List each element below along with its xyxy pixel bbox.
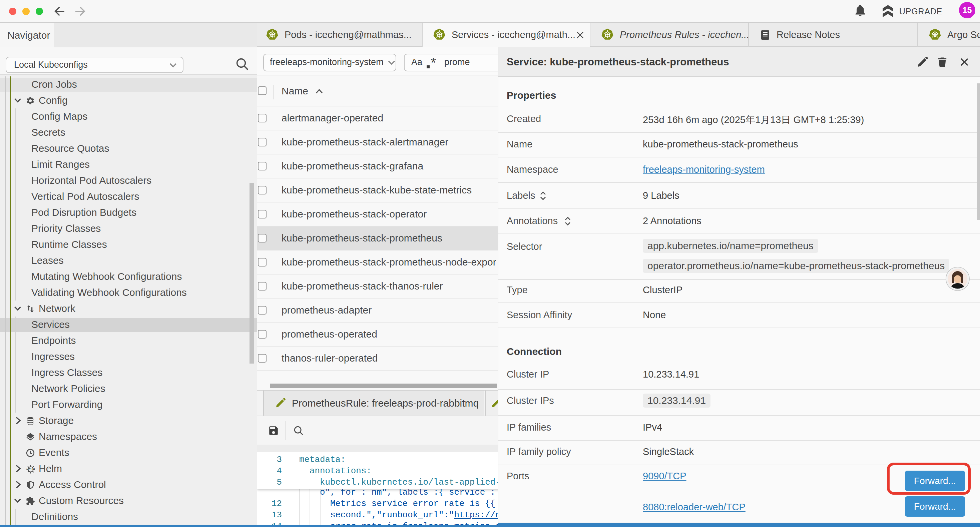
svg-text:HELM: HELM [27, 468, 35, 471]
